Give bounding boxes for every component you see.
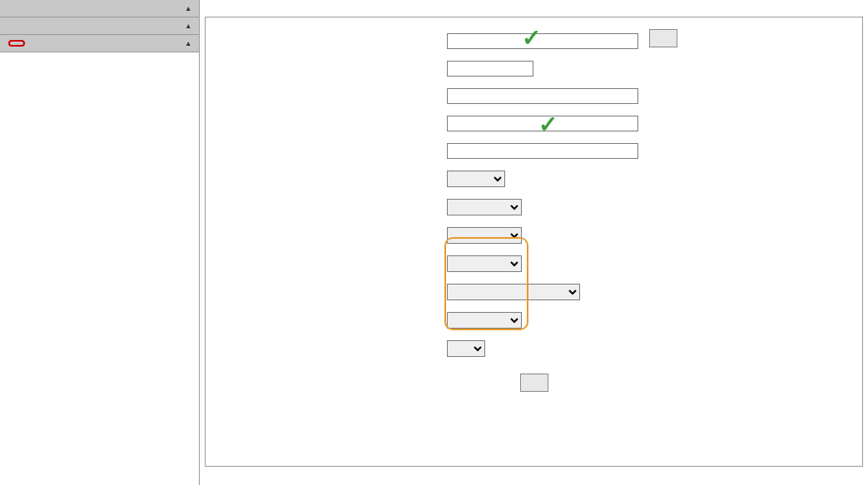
smtp-server-input[interactable] bbox=[447, 33, 638, 49]
main-area: ✓ ✓ bbox=[200, 0, 868, 485]
label-comm-errors bbox=[214, 284, 447, 309]
server-errors-select[interactable] bbox=[447, 255, 522, 272]
label-new-agents bbox=[214, 199, 447, 224]
test-email-button[interactable] bbox=[649, 29, 677, 47]
label-edgesight-server bbox=[214, 88, 447, 112]
email-from-input[interactable] bbox=[447, 143, 638, 159]
label-email-from bbox=[214, 143, 447, 167]
section-license-monitor[interactable]: ▴ bbox=[0, 17, 199, 35]
label-bad-http bbox=[214, 312, 447, 337]
bad-http-select[interactable] bbox=[447, 312, 522, 329]
label-smtp-server bbox=[214, 29, 447, 57]
label-attach-payload bbox=[214, 340, 447, 365]
new-agents-select[interactable] bbox=[447, 199, 522, 215]
edgesight-server-input[interactable] bbox=[447, 88, 638, 104]
label-smtp-port bbox=[214, 61, 447, 85]
agent-errors-select[interactable] bbox=[447, 227, 522, 244]
section-server-config[interactable]: ▴ bbox=[0, 35, 199, 52]
label-server-errors bbox=[214, 255, 447, 280]
label-agent-errors bbox=[214, 227, 447, 252]
admin-email-input[interactable] bbox=[447, 116, 638, 131]
chevron-up-icon: ▴ bbox=[186, 22, 191, 30]
comm-errors-select[interactable] bbox=[447, 284, 580, 300]
chevron-up-icon: ▴ bbox=[186, 4, 191, 12]
language-select[interactable] bbox=[447, 171, 505, 187]
save-changes-button[interactable] bbox=[520, 374, 548, 392]
tab-content: ✓ ✓ bbox=[205, 17, 863, 467]
smtp-port-input[interactable] bbox=[447, 61, 533, 77]
left-sidebar: ▴ ▴ ▴ bbox=[0, 0, 200, 485]
chevron-up-icon: ▴ bbox=[186, 39, 191, 47]
label-admin-email bbox=[214, 116, 447, 140]
label-language bbox=[214, 171, 447, 195]
section-company-config[interactable]: ▴ bbox=[0, 0, 199, 17]
attach-payload-select[interactable] bbox=[447, 340, 485, 357]
